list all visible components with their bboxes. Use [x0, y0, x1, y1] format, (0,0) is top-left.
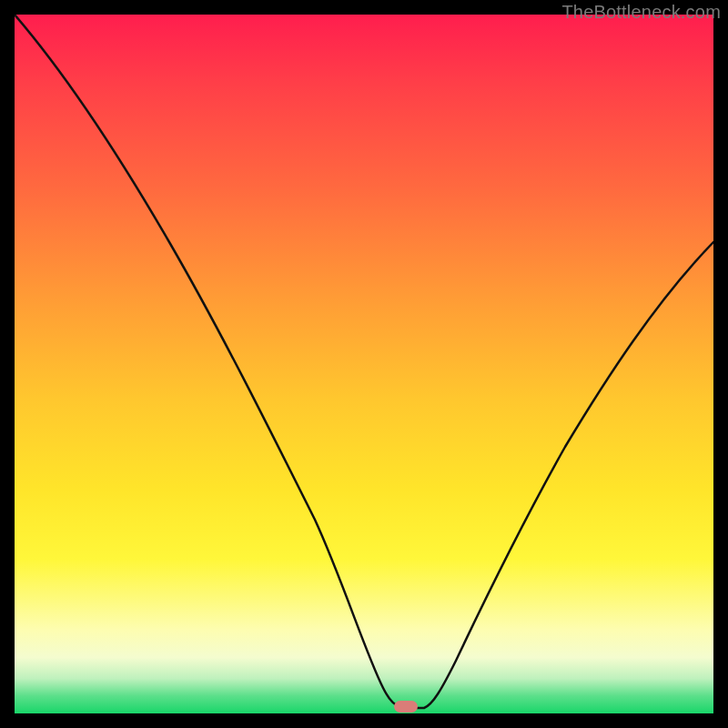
watermark-text: TheBottleneck.com [561, 2, 721, 23]
plot-area [15, 15, 713, 713]
bottleneck-curve [15, 15, 713, 713]
curve-path [15, 15, 713, 708]
chart-frame: TheBottleneck.com [0, 0, 728, 728]
optimum-marker [394, 701, 418, 713]
